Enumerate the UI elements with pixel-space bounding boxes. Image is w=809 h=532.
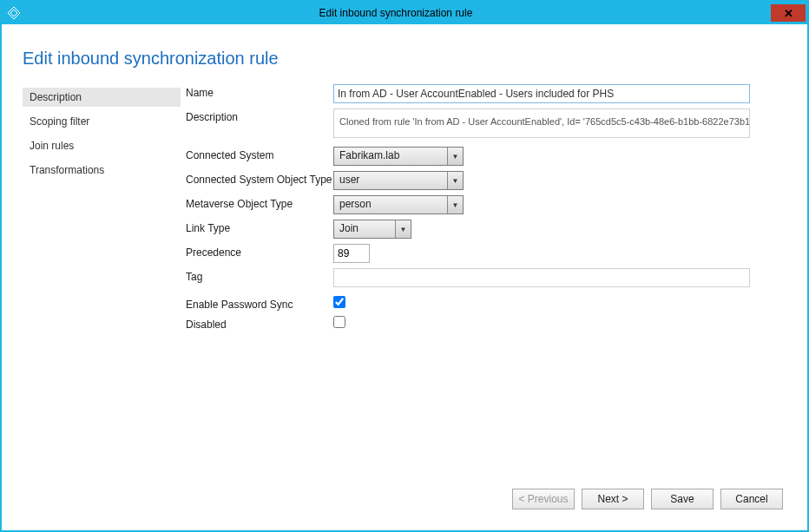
chevron-down-icon: ▼ [400, 226, 407, 233]
row-mv-object-type: Metaverse Object Type person ▼ [186, 195, 786, 214]
label-enable-pwd-sync: Enable Password Sync [186, 296, 333, 311]
disabled-checkbox[interactable] [333, 316, 345, 328]
dropdown-button[interactable]: ▼ [395, 220, 411, 238]
enable-pwd-sync-checkbox[interactable] [333, 296, 345, 308]
label-tag: Tag [186, 268, 333, 283]
mv-object-type-select[interactable]: person ▼ [333, 195, 464, 214]
description-input[interactable]: Cloned from rule 'In from AD - User Acco… [333, 108, 750, 138]
row-cs-object-type: Connected System Object Type user ▼ [186, 171, 786, 190]
name-input[interactable] [333, 84, 750, 103]
nav-transformations[interactable]: Transformations [23, 161, 181, 180]
label-connected-system: Connected System [186, 147, 333, 161]
nav-description[interactable]: Description [23, 88, 181, 107]
tag-input[interactable] [333, 268, 750, 287]
next-button[interactable]: Next > [582, 489, 644, 509]
chevron-down-icon: ▼ [452, 177, 459, 185]
link-type-value: Join [334, 220, 395, 238]
dropdown-button[interactable]: ▼ [447, 196, 463, 213]
row-description: Description Cloned from rule 'In from AD… [186, 108, 786, 138]
label-link-type: Link Type [186, 220, 333, 234]
dropdown-button[interactable]: ▼ [447, 148, 463, 165]
row-connected-system: Connected System Fabrikam.lab ▼ [186, 147, 786, 166]
label-disabled: Disabled [186, 316, 333, 331]
body-row: Description Scoping filter Join rules Tr… [23, 84, 786, 478]
form-area: Name Description Cloned from rule 'In fr… [181, 84, 786, 478]
nav-join-rules[interactable]: Join rules [23, 136, 181, 155]
label-name: Name [186, 84, 333, 99]
app-icon [7, 6, 21, 20]
button-row: < Previous Next > Save Cancel [23, 478, 786, 520]
row-name: Name [186, 84, 786, 103]
connected-system-select[interactable]: Fabrikam.lab ▼ [333, 147, 464, 166]
page-title: Edit inbound synchronization rule [23, 49, 786, 69]
cs-object-type-value: user [334, 172, 447, 189]
row-disabled: Disabled [186, 316, 786, 331]
row-tag: Tag [186, 268, 786, 287]
chevron-down-icon: ▼ [452, 153, 459, 161]
row-link-type: Link Type Join ▼ [186, 220, 786, 239]
window-title: Edit inbound synchronization rule [21, 7, 771, 19]
connected-system-value: Fabrikam.lab [334, 148, 447, 165]
cs-object-type-select[interactable]: user ▼ [333, 171, 464, 190]
close-icon: ✕ [784, 7, 793, 20]
row-enable-pwd-sync: Enable Password Sync [186, 296, 786, 311]
previous-button[interactable]: < Previous [512, 489, 575, 509]
cancel-button[interactable]: Cancel [720, 489, 783, 509]
label-precedence: Precedence [186, 244, 333, 259]
chevron-down-icon: ▼ [452, 201, 459, 209]
content-area: Edit inbound synchronization rule Descri… [2, 24, 807, 530]
link-type-select[interactable]: Join ▼ [333, 220, 411, 239]
save-button[interactable]: Save [651, 489, 714, 509]
close-button[interactable]: ✕ [771, 4, 806, 22]
precedence-input[interactable] [333, 244, 370, 263]
row-precedence: Precedence [186, 244, 786, 263]
titlebar: Edit inbound synchronization rule ✕ [2, 2, 807, 24]
nav-scoping-filter[interactable]: Scoping filter [23, 112, 181, 131]
label-mv-object-type: Metaverse Object Type [186, 195, 333, 210]
label-description: Description [186, 108, 333, 123]
wizard-nav: Description Scoping filter Join rules Tr… [23, 84, 181, 478]
dropdown-button[interactable]: ▼ [447, 172, 463, 189]
mv-object-type-value: person [334, 196, 447, 213]
label-cs-object-type: Connected System Object Type [186, 171, 333, 186]
window: Edit inbound synchronization rule ✕ Edit… [0, 0, 809, 532]
